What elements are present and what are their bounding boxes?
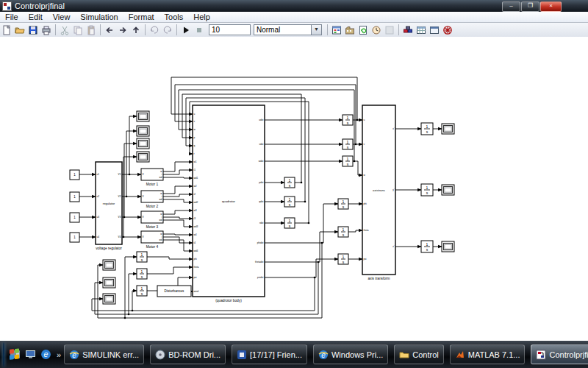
block-scope-tl4[interactable]	[137, 152, 149, 162]
block-const3[interactable]: 1	[70, 213, 79, 222]
block-intg-a3[interactable]: 1s	[284, 218, 295, 228]
block-motor2[interactable]: VwiwdMotor 2	[141, 191, 163, 208]
model-browser-icon[interactable]	[343, 24, 356, 36]
title-bar: Controlprjfinal – ❐ ×	[0, 0, 588, 12]
block-intg-c3[interactable]: 1s	[338, 254, 348, 264]
block-scope-bl3[interactable]	[103, 294, 115, 304]
stop-icon[interactable]	[193, 24, 206, 36]
diagram-label: Motor 2	[146, 205, 159, 208]
diagram-label: psi	[364, 258, 367, 261]
menu-help[interactable]: Help	[188, 13, 215, 21]
block-motor3[interactable]: VwiwdMotor 3	[141, 211, 163, 229]
back-icon[interactable]	[103, 24, 116, 36]
debug-icon[interactable]	[441, 24, 454, 36]
block-motor4[interactable]: VwiwdMotor 4	[141, 231, 163, 249]
taskbar-button-windows-pri[interactable]: eWindows Pri...	[313, 344, 388, 364]
minimize-button[interactable]: –	[502, 1, 520, 12]
taskbar-button-matlab-7-1[interactable]: MATLAB 7.1...	[450, 344, 526, 364]
update-diagram-icon[interactable]	[356, 24, 370, 36]
svg-text:e: e	[321, 350, 326, 358]
block-intg-e1[interactable]: 1s	[137, 252, 147, 262]
up-icon[interactable]	[129, 24, 143, 36]
play-icon[interactable]	[179, 24, 193, 36]
block-intg-a1[interactable]: 1s	[284, 177, 295, 188]
chevron-down-icon[interactable]: ▼	[311, 25, 321, 35]
block-scope-tl3[interactable]	[137, 138, 149, 149]
menu-view[interactable]: View	[48, 13, 76, 21]
sim-mode-select[interactable]: Normal ▼	[254, 24, 322, 35]
menu-edit[interactable]: Edit	[24, 13, 48, 21]
block-intg-d1[interactable]: 1s	[421, 123, 433, 135]
forward-icon[interactable]	[116, 24, 129, 36]
sim-stop-time-input[interactable]: 10	[209, 24, 251, 35]
block-disturbances[interactable]: Disturbances	[157, 286, 191, 297]
taskbar-button-bd-rom-dri[interactable]: BD-ROM Dri...	[150, 344, 226, 364]
undo-icon[interactable]	[148, 24, 161, 36]
block-intg-c2[interactable]: 1s	[338, 227, 348, 237]
redo-icon[interactable]	[161, 24, 174, 36]
menu-tools[interactable]: Tools	[159, 13, 189, 21]
open-icon[interactable]	[13, 24, 26, 36]
diagram-label: voltage regulator	[96, 247, 122, 250]
block-scope-r3[interactable]	[442, 241, 454, 252]
menu-simulation[interactable]: Simulation	[75, 13, 123, 21]
block-const4[interactable]: 1	[70, 233, 79, 242]
task-label: BD-ROM Dri...	[168, 350, 220, 359]
block-const2[interactable]: 1	[70, 192, 79, 202]
start-button[interactable]	[3, 342, 4, 367]
menu-file[interactable]: File	[0, 13, 24, 21]
workspace-icon[interactable]	[428, 24, 441, 36]
block-intg-e2[interactable]: 1s	[137, 269, 147, 279]
block-quad[interactable]: quadrotoruvwpqrw1i1wd1w2i2wd2w3i3wd3w4i4…	[193, 105, 265, 302]
block-intg-e3[interactable]: 1s	[137, 286, 147, 296]
block-intg-c1[interactable]: 1s	[338, 199, 348, 209]
taskbar-button-control[interactable]: Control	[394, 344, 443, 364]
block-intg-d3[interactable]: 1s	[421, 241, 433, 252]
library-icon[interactable]	[330, 24, 343, 36]
sim-config-icon[interactable]	[370, 24, 383, 36]
block-axis[interactable]: axistransuvwphithetapsix'y'z'axis transf…	[362, 105, 395, 280]
menu-format[interactable]: Format	[123, 13, 159, 21]
wire-junction	[308, 222, 310, 224]
ie-quick-icon[interactable]: e	[40, 349, 51, 360]
overflow-chevron-icon[interactable]: »	[57, 350, 61, 359]
block-scope-r2[interactable]	[442, 185, 454, 195]
block-scope-bl2[interactable]	[103, 277, 115, 288]
taskbar-button-controlprjfin[interactable]: Controlprjfin...	[531, 344, 588, 364]
signal-wire	[123, 157, 137, 237]
diagram-label: 1	[289, 197, 291, 202]
library-browser-icon[interactable]	[401, 24, 415, 36]
model-canvas[interactable]: 1111regulatoru1u2u3u4V1V2V3V4voltage reg…	[0, 37, 588, 341]
diagram-label: q	[194, 144, 196, 147]
block-intg-b3[interactable]: 1s	[343, 156, 353, 166]
block-intg-d2[interactable]: 1s	[421, 184, 433, 196]
block-intg-a2[interactable]: 1s	[284, 197, 295, 207]
toolbar-separator	[55, 24, 56, 35]
data-table-icon[interactable]	[415, 24, 428, 36]
show-desktop-icon[interactable]	[25, 349, 36, 360]
maximize-button[interactable]: ❐	[521, 1, 539, 12]
paste-icon[interactable]	[85, 24, 98, 36]
taskbar-button-simulink-err[interactable]: eSIMULINK err...	[64, 344, 144, 364]
copy-icon[interactable]	[71, 24, 85, 36]
block-scope-bl1[interactable]	[103, 260, 115, 270]
block-intg-b2[interactable]: 1s	[343, 139, 353, 149]
cut-icon[interactable]	[58, 24, 71, 36]
print-icon[interactable]	[40, 24, 53, 36]
block-const1[interactable]: 1	[70, 170, 79, 180]
block-scope-tl1[interactable]	[137, 111, 149, 121]
task-label: SIMULINK err...	[82, 350, 139, 359]
taskbar-button-17-17-frien[interactable]: [17/17] Frien...	[232, 344, 307, 364]
block-vreg[interactable]: regulatoru1u2u3u4V1V2V3V4voltage regulat…	[96, 162, 122, 250]
block-motor1[interactable]: VwiwdMotor 1	[141, 169, 163, 186]
block-scope-tl2[interactable]	[137, 126, 149, 136]
save-icon[interactable]	[26, 24, 40, 36]
diagram-label: w4	[194, 233, 197, 236]
diagram-label: 1	[347, 116, 349, 120]
toolbar-disabled-icon[interactable]	[383, 24, 396, 36]
block-scope-r1[interactable]	[442, 124, 454, 134]
block-diagram: 1111regulatoru1u2u3u4V1V2V3V4voltage reg…	[0, 37, 588, 341]
new-icon[interactable]	[0, 24, 13, 36]
close-button[interactable]: ×	[540, 1, 562, 12]
block-intg-b1[interactable]: 1s	[343, 115, 353, 125]
